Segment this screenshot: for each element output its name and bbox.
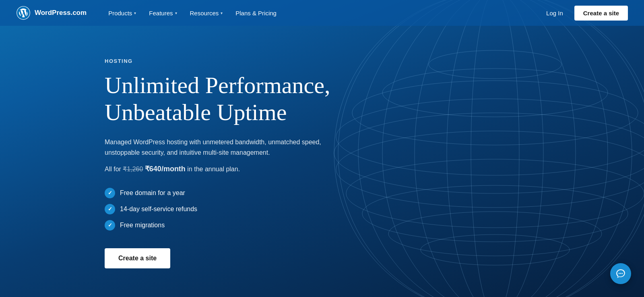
current-price: ₹640/month	[145, 165, 186, 173]
chat-support-button[interactable]	[610, 263, 631, 284]
svg-point-14	[382, 0, 608, 297]
hero-title: Unlimited Performance, Unbeatable Uptime	[105, 72, 362, 126]
feature-item: 14-day self-service refunds	[105, 204, 362, 214]
svg-point-6	[346, 159, 644, 228]
svg-point-3	[336, 99, 644, 175]
svg-point-15	[358, 0, 632, 297]
svg-point-19	[620, 273, 621, 274]
nav-create-site-button[interactable]: Create a site	[574, 6, 628, 21]
section-label: HOSTING	[105, 58, 362, 64]
login-link[interactable]: Log In	[541, 6, 568, 20]
nav-plans-pricing[interactable]: Plans & Pricing	[230, 6, 282, 20]
feature-item: Free domain for a year	[105, 188, 362, 198]
chevron-down-icon: ▾	[175, 11, 177, 15]
check-icon	[105, 188, 115, 198]
brand-name: WordPress.com	[35, 9, 87, 17]
hero-description: Managed WordPress hosting with unmetered…	[105, 137, 346, 158]
svg-point-0	[334, 0, 644, 297]
chevron-down-icon: ▾	[134, 11, 136, 15]
svg-point-8	[388, 212, 602, 256]
logo-link[interactable]: WordPress.com	[16, 6, 87, 20]
chevron-down-icon: ▾	[221, 11, 223, 15]
hero-create-site-button[interactable]: Create a site	[105, 248, 170, 268]
nav-links: Products ▾ Features ▾ Resources ▾ Plans …	[103, 6, 541, 20]
svg-point-13	[415, 0, 576, 297]
svg-point-12	[447, 0, 543, 297]
chat-icon	[615, 268, 626, 279]
nav-right-actions: Log In Create a site	[541, 6, 628, 21]
features-list: Free domain for a year 14-day self-servi…	[105, 188, 362, 231]
hero-pricing: All for ₹1,260 ₹640/month in the annual …	[105, 164, 362, 173]
nav-resources[interactable]: Resources ▾	[184, 6, 229, 20]
svg-point-11	[471, 0, 519, 297]
feature-item: Free migrations	[105, 220, 362, 231]
svg-point-1	[382, 69, 608, 117]
svg-point-2	[352, 81, 638, 145]
original-price: ₹1,260	[123, 166, 143, 172]
svg-point-16	[338, 0, 644, 297]
nav-features[interactable]: Features ▾	[143, 6, 182, 20]
svg-point-7	[362, 185, 628, 242]
svg-point-5	[336, 131, 644, 208]
nav-products[interactable]: Products ▾	[103, 6, 142, 20]
check-icon	[105, 204, 115, 214]
svg-point-10	[429, 50, 561, 79]
navbar: WordPress.com Products ▾ Features ▾ Reso…	[0, 0, 644, 26]
wordpress-logo-icon	[16, 6, 31, 20]
svg-point-4	[334, 113, 644, 193]
hero-section: HOSTING Unlimited Performance, Unbeatabl…	[0, 26, 362, 268]
svg-point-18	[619, 273, 620, 274]
svg-point-9	[421, 235, 570, 265]
svg-point-20	[621, 273, 623, 274]
check-icon	[105, 220, 115, 231]
